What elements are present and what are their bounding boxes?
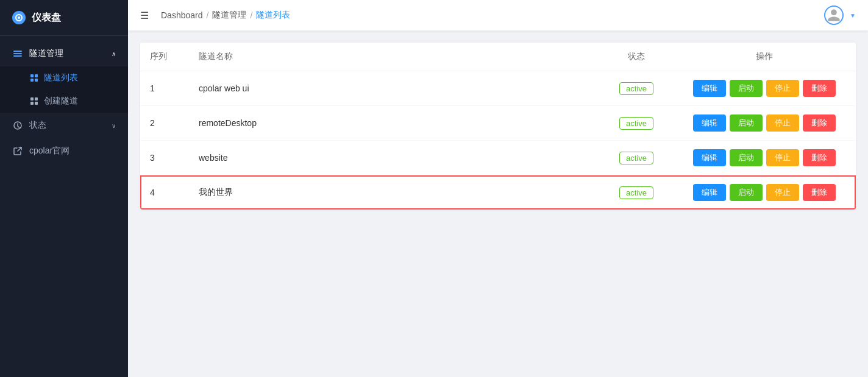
row-2-index: 2 <box>140 106 189 141</box>
row-4-status: active <box>600 175 673 210</box>
edit-button[interactable]: 编辑 <box>693 80 726 97</box>
delete-button[interactable]: 删除 <box>803 184 836 201</box>
sidebar-item-create-tunnel[interactable]: 创建隧道 <box>0 90 128 113</box>
col-header-name: 隧道名称 <box>189 43 600 71</box>
logo-icon <box>12 11 26 24</box>
delete-button[interactable]: 删除 <box>803 149 836 166</box>
table-header-row: 序列 隧道名称 状态 操作 <box>140 43 856 71</box>
action-buttons: 编辑 启动 停止 删除 <box>683 184 846 201</box>
tunnel-list-icon <box>29 73 39 83</box>
sidebar-logo[interactable]: 仪表盘 <box>0 0 128 36</box>
svg-point-1 <box>18 16 20 19</box>
cpolar-label: cpolar官网 <box>29 146 69 157</box>
edit-button[interactable]: 编辑 <box>693 115 726 132</box>
start-button[interactable]: 启动 <box>730 115 763 132</box>
row-3-index: 3 <box>140 141 189 175</box>
stop-button[interactable]: 停止 <box>766 115 799 132</box>
row-1-actions: 编辑 启动 停止 删除 <box>673 71 856 106</box>
svg-rect-9 <box>30 97 34 100</box>
table-row: 1 cpolar web ui active 编辑 启动 停止 删除 <box>140 71 856 106</box>
stop-button[interactable]: 停止 <box>766 184 799 201</box>
svg-rect-3 <box>13 53 22 54</box>
start-button[interactable]: 启动 <box>730 184 763 201</box>
sidebar-item-tunnel-mgmt[interactable]: 隧道管理 ∧ <box>0 41 128 66</box>
svg-rect-2 <box>13 51 22 52</box>
status-badge: active <box>619 186 653 199</box>
svg-rect-7 <box>30 79 34 82</box>
table-row-highlighted: 4 我的世界 active 编辑 启动 停止 删除 <box>140 175 856 210</box>
col-header-status: 状态 <box>600 43 673 71</box>
header: ☰ Dashboard / 隧道管理 / 隧道列表 ▼ <box>128 0 868 30</box>
tunnel-submenu: 隧道列表 创建隧道 <box>0 66 128 113</box>
row-4-index: 4 <box>140 175 189 210</box>
row-3-status: active <box>600 141 673 175</box>
sidebar-item-cpolar[interactable]: cpolar官网 <box>0 138 128 164</box>
status-badge: active <box>619 152 653 164</box>
breadcrumb: Dashboard / 隧道管理 / 隧道列表 <box>161 10 290 21</box>
action-buttons: 编辑 启动 停止 删除 <box>683 80 846 97</box>
status-label: 状态 <box>29 120 46 131</box>
hamburger-icon[interactable]: ☰ <box>140 10 149 21</box>
col-header-index: 序列 <box>140 43 189 71</box>
row-2-actions: 编辑 启动 停止 删除 <box>673 106 856 141</box>
breadcrumb-tunnel-mgmt[interactable]: 隧道管理 <box>212 10 246 21</box>
row-1-status: active <box>600 71 673 106</box>
start-button[interactable]: 启动 <box>730 149 763 166</box>
external-link-icon <box>12 146 23 157</box>
avatar-dropdown-arrow[interactable]: ▼ <box>850 12 856 19</box>
breadcrumb-dashboard[interactable]: Dashboard <box>161 10 203 20</box>
tunnel-table: 序列 隧道名称 状态 操作 1 cpolar web ui active <box>140 43 856 210</box>
sidebar-menu: 隧道管理 ∧ 隧道列表 <box>0 36 128 377</box>
table-row: 3 website active 编辑 启动 停止 删除 <box>140 141 856 175</box>
svg-rect-10 <box>35 97 38 100</box>
tunnel-table-card: 序列 隧道名称 状态 操作 1 cpolar web ui active <box>140 43 856 210</box>
content-area: 序列 隧道名称 状态 操作 1 cpolar web ui active <box>128 30 868 377</box>
sidebar: 仪表盘 隧道管理 ∧ <box>0 0 128 377</box>
start-button[interactable]: 启动 <box>730 80 763 97</box>
table-row: 2 remoteDesktop active 编辑 启动 停止 删除 <box>140 106 856 141</box>
col-header-actions: 操作 <box>673 43 856 71</box>
svg-rect-12 <box>35 102 38 105</box>
delete-button[interactable]: 删除 <box>803 115 836 132</box>
sidebar-item-tunnel-list[interactable]: 隧道列表 <box>0 66 128 90</box>
stop-button[interactable]: 停止 <box>766 80 799 97</box>
create-tunnel-icon <box>29 96 39 106</box>
header-left: ☰ Dashboard / 隧道管理 / 隧道列表 <box>140 10 290 21</box>
breadcrumb-sep-1: / <box>207 10 209 20</box>
row-4-name: 我的世界 <box>189 175 600 210</box>
svg-rect-8 <box>35 79 38 82</box>
status-arrow: ∨ <box>112 122 116 129</box>
row-1-index: 1 <box>140 71 189 106</box>
row-1-name: cpolar web ui <box>189 71 600 106</box>
stop-button[interactable]: 停止 <box>766 149 799 166</box>
svg-rect-5 <box>30 74 34 77</box>
create-tunnel-label: 创建隧道 <box>44 96 78 107</box>
sidebar-item-status[interactable]: 状态 ∨ <box>0 113 128 138</box>
edit-button[interactable]: 编辑 <box>693 149 726 166</box>
row-2-name: remoteDesktop <box>189 106 600 141</box>
svg-rect-11 <box>30 102 34 105</box>
action-buttons: 编辑 启动 停止 删除 <box>683 115 846 132</box>
breadcrumb-current: 隧道列表 <box>256 10 290 21</box>
logo-text: 仪表盘 <box>32 12 61 24</box>
row-3-name: website <box>189 141 600 175</box>
status-badge: active <box>619 117 653 130</box>
svg-rect-4 <box>13 55 22 57</box>
status-icon <box>12 120 23 131</box>
row-3-actions: 编辑 启动 停止 删除 <box>673 141 856 175</box>
action-buttons: 编辑 启动 停止 删除 <box>683 149 846 166</box>
main-content: ☰ Dashboard / 隧道管理 / 隧道列表 ▼ 序列 隧道名称 <box>128 0 868 377</box>
row-4-actions: 编辑 启动 停止 删除 <box>673 175 856 210</box>
breadcrumb-sep-2: / <box>250 10 252 20</box>
header-right: ▼ <box>824 5 856 25</box>
tunnel-mgmt-arrow: ∧ <box>112 51 116 57</box>
tunnel-list-label: 隧道列表 <box>44 72 78 83</box>
svg-rect-6 <box>35 74 38 77</box>
delete-button[interactable]: 删除 <box>803 80 836 97</box>
tunnel-icon <box>12 48 23 59</box>
tunnel-mgmt-label: 隧道管理 <box>29 48 63 59</box>
row-2-status: active <box>600 106 673 141</box>
edit-button[interactable]: 编辑 <box>693 184 726 201</box>
avatar[interactable] <box>824 5 844 25</box>
status-badge: active <box>619 82 653 95</box>
